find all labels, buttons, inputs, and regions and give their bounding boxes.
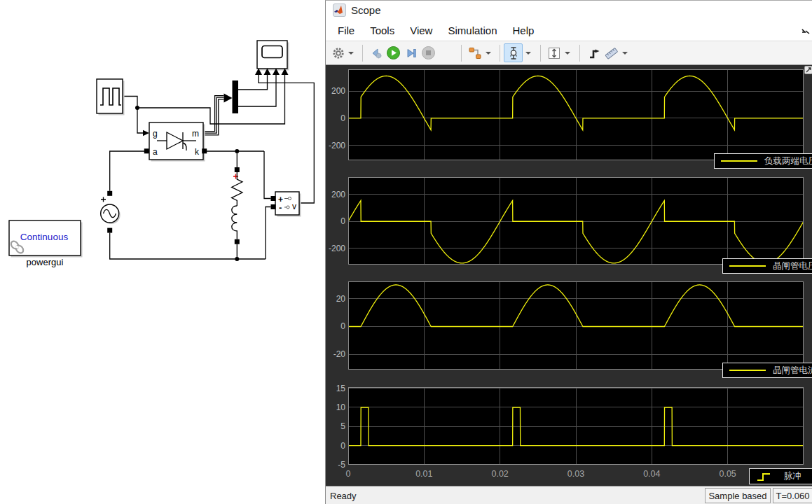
y-tick-label: 0 [326, 216, 345, 226]
y-tick-label: 0 [326, 441, 345, 451]
menu-file[interactable]: File [330, 23, 362, 38]
gate-input-arrow-icon [143, 130, 149, 136]
wire-m-bundle[interactable] [203, 96, 224, 135]
menu-view[interactable]: View [402, 23, 440, 38]
wire-vminus[interactable] [266, 207, 271, 260]
wire-vmeas-to-scope[interactable] [259, 75, 314, 203]
screen: g m a k [0, 0, 812, 504]
menu-bar: File Tools View Simulation Help [326, 20, 812, 41]
legend-thyristor_voltage[interactable]: 晶闸管电压 [722, 258, 812, 274]
port-label-k: k [195, 147, 200, 157]
wire-source-to-anode[interactable] [110, 151, 149, 191]
powergui-mode-label: Continuous [20, 232, 69, 242]
expand-axes-button[interactable] [804, 66, 812, 74]
source-bottom-port-icon [107, 228, 112, 233]
toolbar-separator [579, 45, 580, 62]
legend-label: 晶闸管电流 [773, 365, 812, 377]
y-tick-label: 0 [326, 321, 345, 331]
toolbar-overflow-icon[interactable] [801, 25, 810, 38]
thyristor-block[interactable]: g m a k [143, 122, 207, 162]
source-top-port-icon [107, 191, 112, 196]
voltage-measurement-block[interactable]: + - v [271, 192, 301, 217]
measurements-dropdown-caret[interactable] [622, 52, 628, 55]
plot-panel-thyristor_current[interactable] [348, 281, 804, 370]
scale-axes-icon[interactable] [546, 46, 561, 60]
port-label-a: a [153, 147, 158, 157]
y-tick-label: 200 [326, 86, 345, 96]
measurements-ruler-icon[interactable] [604, 46, 619, 60]
status-sim-time: T=0.060 [773, 488, 812, 503]
legend-thyristor_current[interactable]: 晶闸管电流 [722, 363, 812, 378]
toolbar-separator [461, 45, 462, 62]
port-label-g: g [153, 129, 158, 139]
legend-line-icon [721, 160, 757, 162]
plot-panel-load_voltage[interactable] [348, 69, 804, 160]
menu-simulation[interactable]: Simulation [440, 23, 504, 38]
scale-axes-dropdown-caret[interactable] [565, 52, 570, 55]
x-tick-label: 0.04 [631, 469, 673, 479]
series-rl-branch-block[interactable] [232, 167, 242, 244]
vmeas-v-label: v [292, 202, 296, 211]
stair-line-icon [756, 472, 774, 482]
powergui-block[interactable]: Continuous powergui [9, 220, 83, 267]
wire-vplus[interactable] [264, 151, 271, 199]
toolbar-separator [500, 45, 500, 62]
plot-panel-thyristor_voltage[interactable] [348, 177, 804, 265]
legend-load_voltage[interactable]: 负载两端电压 [714, 153, 812, 169]
y-tick-label: 0 [326, 113, 345, 123]
ac-voltage-source-block[interactable] [101, 191, 121, 233]
settings-dropdown-caret[interactable] [348, 52, 354, 55]
status-bar: Ready Sample based T=0.060 [326, 486, 812, 504]
simulink-highlight-icon[interactable] [467, 46, 482, 60]
cursor-dropdown-caret[interactable] [525, 52, 531, 55]
y-tick-label: -5 [326, 460, 345, 470]
settings-gear-icon[interactable] [331, 46, 345, 60]
legend-label: 晶闸管电压 [773, 260, 812, 272]
resistor-icon [232, 172, 242, 206]
y-tick-label: -200 [326, 244, 345, 253]
legend-line-icon [729, 370, 766, 371]
cathode-port-icon [202, 148, 207, 153]
x-tick-label: 0.03 [555, 469, 597, 479]
wire-demux-out1[interactable] [238, 75, 268, 90]
wire-demux-out2[interactable] [238, 75, 276, 106]
pulse-generator-block[interactable] [97, 79, 125, 115]
x-tick-label: 0 [327, 469, 369, 479]
title-bar[interactable]: Scope [326, 1, 812, 20]
vmeas-minus-label: - [279, 202, 282, 213]
legend-label: 负载两端电压 [764, 155, 812, 167]
toolbar-separator [362, 45, 363, 62]
legend-label: 脉冲 [784, 470, 801, 482]
toolbar-separator [540, 45, 541, 62]
simulink-model-canvas[interactable]: g m a k [0, 0, 325, 504]
cursor-measurements-button-selected[interactable] [504, 43, 523, 62]
plot-panel-gate_pulse[interactable] [348, 387, 804, 465]
rl-bottom-port-icon [235, 239, 240, 244]
rl-top-port-icon [235, 167, 240, 172]
source-plus-icon [101, 197, 106, 202]
wire-pulse-to-gate[interactable] [123, 97, 144, 134]
wire-bottom-rail[interactable] [110, 233, 266, 259]
matlab-logo-icon [333, 4, 346, 17]
step-forward-button[interactable] [404, 46, 418, 60]
menu-help[interactable]: Help [505, 23, 542, 38]
x-tick-label: 0.05 [707, 469, 749, 479]
x-tick-label: 0.01 [403, 469, 445, 479]
rl-plus-icon [233, 174, 238, 179]
wire-pulse-to-scope[interactable] [137, 75, 285, 124]
stop-button[interactable] [421, 46, 436, 60]
anode-port-icon [144, 148, 149, 153]
highlight-dropdown-caret[interactable] [486, 52, 491, 55]
vplus-port-icon [271, 196, 276, 201]
step-back-button[interactable] [369, 46, 383, 60]
y-tick-label: -200 [326, 141, 345, 150]
scope-block[interactable] [255, 41, 289, 75]
run-button[interactable] [386, 46, 401, 60]
scope-plot-canvas[interactable]: 2000-200负载两端电压2000-200晶闸管电压200-20晶闸管电流15… [326, 65, 812, 486]
x-tick-label: 0.02 [479, 469, 521, 479]
menu-tools[interactable]: Tools [362, 23, 402, 38]
scope-window: Scope File Tools View Simulation Help [325, 0, 812, 504]
demux-block[interactable] [224, 80, 239, 113]
trigger-icon[interactable] [586, 46, 601, 60]
legend-gate_pulse[interactable]: 脉冲 [749, 468, 812, 484]
